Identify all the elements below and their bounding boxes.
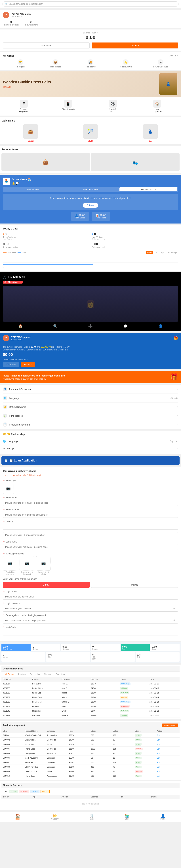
- partnership-language-item[interactable]: 🌐 Language English ›: [3, 438, 178, 445]
- set-now-button[interactable]: Set now: [83, 203, 98, 208]
- table-row[interactable]: SKU004 Phone Case Electronics $12.00 100…: [1, 747, 180, 751]
- invite-banner[interactable]: Invite friends to open a store and recei…: [0, 371, 181, 383]
- shipped-orders-tab[interactable]: Shipped: [42, 672, 54, 677]
- order-to-be-received[interactable]: 🚚 To be received: [73, 59, 108, 68]
- edit-link[interactable]: Edit: [157, 752, 160, 754]
- bottom-nav-store[interactable]: 🏪 Store: [125, 813, 129, 820]
- order-refund[interactable]: ↩ Refund/after sales: [143, 59, 178, 68]
- table-row[interactable]: #001235 Digital Watch Jane S. $45.00 Shi…: [1, 686, 180, 691]
- table-row[interactable]: SKU010 Phone Stand Accessories $15.00 80…: [1, 774, 180, 778]
- popular-item-2[interactable]: 👟: [91, 153, 180, 171]
- pending-orders-tab[interactable]: Pending: [16, 672, 28, 677]
- login-email-input[interactable]: [3, 594, 178, 600]
- table-row[interactable]: #001239 Keyboard David L. $55.00 Cancell…: [1, 704, 180, 709]
- chat-nav-icon[interactable]: 💬: [123, 324, 128, 329]
- setup-menu-item[interactable]: ⚙ Set up ›: [3, 445, 178, 452]
- completed-orders-tab[interactable]: Completed: [54, 672, 67, 677]
- email-verify-button[interactable]: E-mail: [3, 582, 90, 588]
- category-computer-peripherals[interactable]: 🖥 ComputerPeripherals: [1, 99, 46, 113]
- last30-tab[interactable]: Last 30 days: [165, 251, 178, 254]
- filter-refund-button[interactable]: Refund: [40, 790, 50, 793]
- deposit-button[interactable]: Deposit: [92, 42, 178, 49]
- table-row[interactable]: SKU002 Digital Watch Electronics $45.00 …: [1, 738, 180, 742]
- fund-record-menu-item[interactable]: 📊 Fund Record ›: [3, 411, 178, 420]
- store-settings-tab[interactable]: Store Settings: [4, 187, 62, 191]
- shop-name-input[interactable]: [3, 500, 178, 506]
- bottom-nav-category[interactable]: 📂 Category: [51, 813, 59, 820]
- edit-link[interactable]: Edit: [157, 771, 160, 773]
- deal-item-3[interactable]: 👗 $3.: [121, 124, 180, 142]
- personal-info-menu-item[interactable]: 👤 Personal Information ›: [3, 385, 178, 394]
- last7-tab[interactable]: Last 7 days: [153, 251, 165, 254]
- bottom-nav-profile[interactable]: 👤 Profile: [160, 813, 165, 820]
- language-menu-item[interactable]: 🌐 Language English ›: [3, 394, 178, 403]
- filter-expense-button[interactable]: Expense: [19, 790, 29, 793]
- blue-withdraw-button[interactable]: Withdraw: [3, 362, 19, 367]
- id-passport-input[interactable]: [3, 532, 178, 538]
- deal-item-1[interactable]: 👜 $9.82: [1, 124, 60, 142]
- table-row[interactable]: #001234 Belt Buckle John D. $20.70 Proce…: [1, 682, 180, 686]
- category-sports-outdoors[interactable]: ⚽ Sports &Outdoors: [90, 99, 135, 113]
- bottom-nav-cart[interactable]: 🛒 Cart: [89, 813, 94, 820]
- deal-item-2[interactable]: 🎾 $1.10: [61, 124, 120, 142]
- login-password-input[interactable]: [3, 606, 178, 612]
- order-to-be-paid[interactable]: 💳 To be paid: [3, 59, 38, 68]
- category-home-appliances[interactable]: 🏠 HomeAppliances: [135, 99, 180, 113]
- popular-item-1[interactable]: 👜: [1, 153, 90, 171]
- list-new-product-tab[interactable]: List new product: [119, 187, 177, 191]
- withdraw-button[interactable]: Withdraw: [3, 42, 90, 49]
- coupon-badge[interactable]: Get More Coupons: [3, 281, 23, 283]
- table-row[interactable]: SKU001 Wooden Buckle Belt Accessories $2…: [1, 733, 180, 738]
- bottom-nav-home[interactable]: 🏠 Home: [16, 813, 20, 820]
- mobile-verify-button[interactable]: Mobile: [91, 582, 178, 588]
- profile-nav-icon[interactable]: 👤: [158, 324, 163, 329]
- logo-upload-button[interactable]: 📷: [3, 483, 14, 494]
- handheld-id-upload[interactable]: 📷: [36, 556, 51, 570]
- edit-link[interactable]: Edit: [157, 775, 160, 777]
- edit-link[interactable]: Edit: [157, 762, 160, 764]
- click-to-login-link[interactable]: Click to log in: [29, 474, 42, 476]
- confirm-eye-icon[interactable]: 👁: [173, 619, 176, 622]
- edit-link[interactable]: Edit: [157, 757, 160, 759]
- processing-orders-tab[interactable]: Processing: [28, 672, 42, 677]
- blue-deposit-button[interactable]: Deposit: [21, 362, 35, 367]
- edit-link[interactable]: Edit: [157, 766, 160, 768]
- financial-statement-menu-item[interactable]: 📄 Financial Statement ›: [3, 420, 178, 429]
- search-bar[interactable]: 🔍 Search for a brand/product/supplier: [2, 1, 179, 6]
- table-row[interactable]: SKU005 Headphones Electronics $89.99 150…: [1, 751, 180, 756]
- edit-link[interactable]: Edit: [157, 743, 160, 745]
- table-row[interactable]: #001236 Sports Bag Bob M. $32.50 Deliver…: [1, 691, 180, 695]
- filter-income-button[interactable]: Income: [9, 790, 18, 793]
- edit-link[interactable]: Edit: [157, 748, 160, 750]
- filter-transfer-button[interactable]: Transfer: [30, 790, 40, 793]
- reverse-document-upload[interactable]: 📷: [20, 556, 34, 570]
- shop-address-input[interactable]: [3, 512, 178, 518]
- front-document-upload[interactable]: 📷: [3, 556, 18, 570]
- edit-link[interactable]: Edit: [157, 739, 160, 741]
- order-to-be-reviewed[interactable]: ⭐ To be reviewed: [108, 59, 143, 68]
- table-row[interactable]: #001240 Mouse Pad Eve R. $8.50 Delivered…: [1, 709, 180, 713]
- table-row[interactable]: #001238 Headphones Charlie B. $89.99 Pro…: [1, 700, 180, 704]
- hero-banner[interactable]: Wooden Buckle Dress Belts $20.70 👗: [0, 71, 181, 97]
- filter-all-button[interactable]: All: [3, 790, 8, 793]
- table-row[interactable]: #001241 USB Hub Frank G. $22.00 Shipped …: [1, 713, 180, 718]
- add-nav-icon[interactable]: ➕: [88, 324, 93, 329]
- refund-request-menu-item[interactable]: 💰 Refund Request ›: [3, 403, 178, 411]
- confirm-password-input[interactable]: [3, 618, 178, 623]
- country-input[interactable]: [3, 524, 178, 530]
- table-row[interactable]: SKU009 Desk Lamp LED Home $35.00 250 56 …: [1, 769, 180, 774]
- table-row[interactable]: SKU008 USB 4-Port Hub Computer $22.00 40…: [1, 765, 180, 769]
- view-all-link[interactable]: View All >: [169, 55, 178, 57]
- legal-name-input[interactable]: [3, 544, 178, 550]
- search-nav-icon[interactable]: 🔍: [53, 324, 58, 329]
- table-row[interactable]: #001237 Phone Case Alice K. $12.00 Pendi…: [1, 695, 180, 700]
- order-to-be-shipped[interactable]: 📦 To be shipped: [38, 59, 73, 68]
- category-digital-products[interactable]: 📱 Digital Products: [46, 99, 90, 113]
- home-nav-icon[interactable]: 🏠: [18, 324, 23, 329]
- table-row[interactable]: SKU003 Sports Bag Sports $32.50 350 67 A…: [1, 742, 180, 747]
- today-tab[interactable]: Today: [146, 251, 153, 254]
- password-eye-icon[interactable]: 👁: [173, 607, 176, 610]
- invite-code-input[interactable]: [3, 630, 178, 636]
- edit-link[interactable]: Edit: [157, 734, 160, 736]
- table-row[interactable]: SKU006 Mech Keyboard Computer $55.00 80 …: [1, 756, 180, 760]
